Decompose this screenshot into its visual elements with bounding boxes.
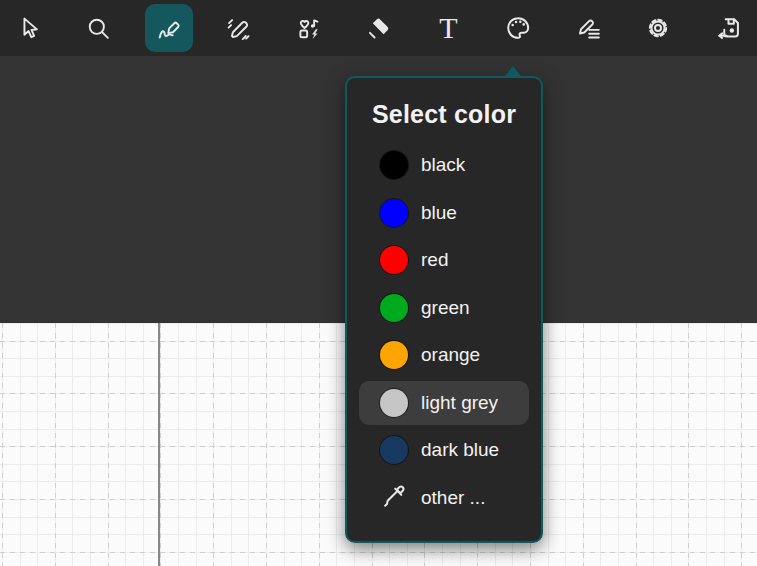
- pen-icon: [155, 15, 182, 42]
- text-icon: T: [439, 13, 457, 43]
- tool-pen-settings[interactable]: [564, 4, 612, 52]
- grid-major-vline: [2, 323, 3, 566]
- color-swatch: [380, 436, 408, 464]
- color-option-blue[interactable]: blue: [359, 191, 529, 235]
- color-option-label: red: [421, 249, 448, 271]
- app: { "toolbar": { "tools": [ {"id": "select…: [0, 0, 757, 566]
- grid-major-vline: [160, 323, 161, 566]
- grid-major-vline: [688, 323, 689, 566]
- tool-stickers[interactable]: [285, 4, 333, 52]
- tool-magic-pen[interactable]: [215, 4, 263, 52]
- eyedropper-icon: [380, 482, 408, 514]
- color-option-label: orange: [421, 344, 480, 366]
- grid-major-vline: [319, 323, 320, 566]
- color-option-orange[interactable]: orange: [359, 333, 529, 377]
- color-swatch: [380, 341, 408, 369]
- toolbar: T: [0, 0, 757, 56]
- color-option-label: green: [421, 297, 470, 319]
- tool-select[interactable]: [5, 4, 53, 52]
- grid-major-vline: [741, 323, 742, 566]
- grid-major-vline: [55, 323, 56, 566]
- color-option-light-grey[interactable]: light grey: [359, 381, 529, 425]
- color-option-other[interactable]: other ...: [359, 476, 529, 520]
- color-swatch: [380, 294, 408, 322]
- grid-major-vline: [636, 323, 637, 566]
- grid-major-vline: [213, 323, 214, 566]
- popup-title: Select color: [359, 100, 529, 129]
- color-option-label: blue: [421, 202, 457, 224]
- page-margin-line: [158, 323, 160, 566]
- magic-pen-icon: [225, 15, 252, 42]
- color-option-black[interactable]: black: [359, 143, 529, 187]
- color-option-label: dark blue: [421, 439, 499, 461]
- color-option-label: black: [421, 154, 465, 176]
- grid-major-vline: [266, 323, 267, 566]
- color-popup: Select color black blue red green orange…: [345, 76, 543, 543]
- save-icon: [714, 14, 742, 42]
- grid-major-vline: [583, 323, 584, 566]
- tool-settings[interactable]: [634, 4, 682, 52]
- tool-save[interactable]: [704, 4, 752, 52]
- cursor-icon: [16, 15, 43, 42]
- color-option-label: light grey: [421, 392, 498, 414]
- grid-major-hline: [0, 552, 757, 553]
- color-swatch: [380, 389, 408, 417]
- tool-text[interactable]: T: [424, 4, 472, 52]
- color-swatch: [380, 199, 408, 227]
- tool-pen[interactable]: [145, 4, 193, 52]
- color-swatch: [380, 151, 408, 179]
- color-option-red[interactable]: red: [359, 238, 529, 282]
- color-option-green[interactable]: green: [359, 286, 529, 330]
- tool-search[interactable]: [75, 4, 123, 52]
- search-icon: [85, 15, 112, 42]
- color-option-dark-blue[interactable]: dark blue: [359, 428, 529, 472]
- palette-icon: [504, 14, 532, 42]
- pen-settings-icon: [575, 15, 602, 42]
- color-swatch: [380, 246, 408, 274]
- color-option-list: black blue red green orange light grey d…: [359, 143, 529, 520]
- stickers-icon: [295, 15, 322, 42]
- grid-major-vline: [108, 323, 109, 566]
- tool-color-picker[interactable]: [494, 4, 542, 52]
- gear-icon: [644, 14, 672, 42]
- color-option-label: other ...: [421, 487, 485, 509]
- tool-eraser[interactable]: [354, 4, 402, 52]
- eraser-icon: [365, 15, 392, 42]
